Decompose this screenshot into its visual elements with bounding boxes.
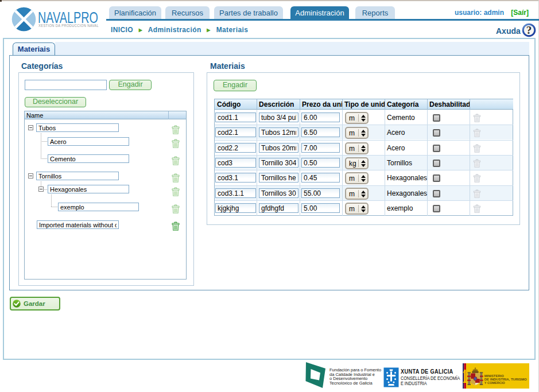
svg-text:?: ? — [526, 24, 532, 36]
svg-text:Y COMERCIO: Y COMERCIO — [484, 381, 505, 385]
